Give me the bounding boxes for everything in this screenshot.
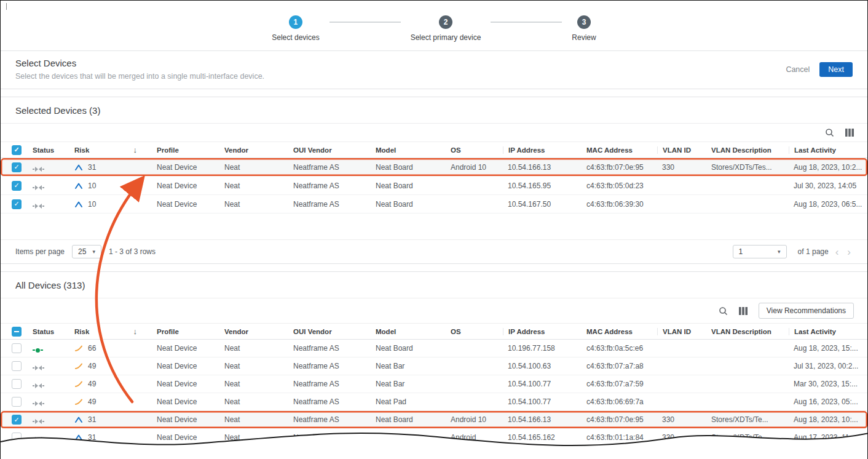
select-all-checkbox[interactable] — [12, 327, 22, 337]
column-header-profile[interactable]: Profile — [152, 328, 219, 335]
cell-risk: 10 — [69, 200, 152, 209]
cell-oui-vendor: Neatframe AS — [288, 397, 371, 406]
cell-oui-vendor: Neatframe AS — [288, 362, 371, 370]
column-header-risk[interactable]: Risk↓ — [69, 145, 152, 154]
cell-vlan-description: Stores/XDTs/Te... — [706, 433, 789, 442]
cell-os: Android 10 — [446, 163, 503, 172]
device-row[interactable]: 66Neat DeviceNeatNeatframe ASNeat Board1… — [1, 340, 867, 357]
cell-mac-address: c4:63:fb:07:0e:95 — [582, 163, 657, 172]
status-offline-icon — [33, 437, 44, 442]
row-checkbox[interactable]: ✓ — [12, 145, 22, 155]
step-connector — [491, 22, 562, 23]
row-checkbox[interactable] — [12, 397, 22, 407]
device-row[interactable]: ✓10Neat DeviceNeatNeatframe ASNeat Board… — [1, 195, 867, 214]
cell-profile: Neat Device — [152, 380, 219, 388]
search-icon[interactable] — [719, 306, 728, 316]
cell-oui-vendor: Neatframe AS — [288, 200, 371, 209]
step-select-primary-device[interactable]: 2 Select primary device — [411, 15, 481, 42]
cancel-button[interactable]: Cancel — [786, 65, 810, 74]
column-header-vlan-description[interactable]: VLAN Description — [706, 146, 789, 154]
cell-model: Neat Board — [371, 344, 446, 353]
chevron-down-icon: ▾ — [92, 249, 95, 255]
column-header-profile[interactable]: Profile — [152, 146, 219, 154]
cell-oui-vendor: Neatframe AS — [288, 182, 371, 190]
items-per-page-select[interactable]: 25 ▾ — [72, 245, 101, 258]
column-header-status[interactable]: Status — [28, 328, 69, 335]
device-row[interactable]: ✓31Neat DeviceNeatNeatframe ASNeat Board… — [1, 158, 867, 177]
column-header-last-activity[interactable]: Last Activity — [789, 146, 867, 154]
cell-mac-address: c4:63:fb:07:0e:95 — [582, 415, 657, 424]
step-select-devices[interactable]: 1 Select devices — [272, 15, 319, 42]
row-checkbox[interactable] — [12, 379, 22, 389]
cell-model: Neat Board — [371, 163, 446, 172]
prev-page-icon[interactable]: ‹ — [834, 247, 841, 257]
row-checkbox[interactable]: ✓ — [12, 415, 22, 425]
sort-desc-icon[interactable]: ↓ — [133, 145, 138, 154]
table-header-row: ✓StatusRisk↓ProfileVendorOUI VendorModel… — [1, 142, 867, 158]
row-checkbox[interactable]: ✓ — [12, 162, 22, 172]
page-subtitle: Select the devices that will be merged i… — [15, 72, 264, 81]
sort-desc-icon[interactable]: ↓ — [133, 327, 138, 336]
column-header-last-activity[interactable]: Last Activity — [789, 328, 867, 335]
column-header-risk[interactable]: Risk↓ — [69, 327, 152, 336]
next-page-icon[interactable]: › — [845, 247, 853, 257]
all-devices-title: All Devices (313) — [1, 272, 867, 298]
cell-mac-address: c4:63:fb:06:39:30 — [582, 200, 657, 209]
column-header-oui-vendor[interactable]: OUI Vendor — [288, 146, 371, 154]
page-select[interactable]: 1 ▾ — [733, 245, 787, 258]
column-header-os[interactable]: OS — [446, 328, 503, 335]
device-row[interactable]: ✓31Neat DeviceNeatNeatframe ASNeat Board… — [1, 411, 867, 429]
risk-medium-icon — [74, 398, 83, 405]
columns-icon[interactable] — [845, 129, 854, 137]
device-row[interactable]: 49Neat DeviceNeatNeatframe ASNeat Bar10.… — [1, 357, 867, 375]
chevron-down-icon: ▾ — [778, 249, 781, 255]
page-title: Select Devices — [15, 58, 264, 68]
column-header-ip-address[interactable]: IP Address — [503, 146, 582, 154]
cell-checkbox: ✓ — [1, 162, 28, 172]
risk-medium-icon — [74, 345, 83, 352]
column-header-vlan-description[interactable]: VLAN Description — [706, 328, 789, 335]
search-icon[interactable] — [825, 128, 834, 137]
rows-range-text: 1 - 3 of 3 rows — [109, 247, 156, 256]
cell-profile: Neat Device — [152, 397, 219, 406]
next-button[interactable]: Next — [819, 62, 853, 77]
device-row[interactable]: Neatframe ASNeat Boardsubnet descripti..… — [1, 447, 867, 459]
device-row[interactable]: 49Neat DeviceNeatNeatframe ASNeat Pad10.… — [1, 393, 867, 411]
column-header-vendor[interactable]: Vendor — [219, 146, 288, 154]
all-devices-table: StatusRisk↓ProfileVendorOUI VendorModelO… — [1, 323, 867, 459]
cell-last-activity: Mar 30, 2023, 15:... — [789, 380, 867, 388]
row-checkbox[interactable] — [12, 433, 22, 442]
column-header-vlan-id[interactable]: VLAN ID — [657, 146, 706, 154]
cell-model: Neat Board — [371, 451, 446, 459]
step-review[interactable]: 3 Review — [572, 15, 596, 42]
cell-ip-address: 10.54.100.63 — [503, 362, 582, 370]
column-header-mac-address[interactable]: MAC Address — [582, 146, 657, 154]
device-row[interactable]: ✓10Neat DeviceNeatNeatframe ASNeat Board… — [1, 177, 867, 195]
cell-vlan-description: Stores/XDTs/Tes... — [706, 163, 789, 172]
view-recommendations-button[interactable]: View Recommendations — [759, 303, 854, 319]
row-checkbox[interactable]: ✓ — [12, 181, 22, 191]
column-header-ip-address[interactable]: IP Address — [503, 328, 582, 335]
row-checkbox[interactable]: ✓ — [12, 199, 22, 209]
risk-low-icon — [74, 182, 83, 190]
column-header-oui-vendor[interactable]: OUI Vendor — [288, 328, 371, 335]
column-header-vlan-id[interactable]: VLAN ID — [657, 328, 706, 335]
cell-checkbox: ✓ — [1, 181, 28, 191]
column-header-vendor[interactable]: Vendor — [219, 328, 288, 335]
cell-vlan-description: subnet descripti... — [706, 451, 789, 459]
column-header-status[interactable]: Status — [28, 146, 69, 154]
device-row[interactable]: 49Neat DeviceNeatNeatframe ASNeat Bar10.… — [1, 375, 867, 393]
row-checkbox[interactable] — [12, 343, 22, 353]
cell-last-activity: Jul 31, 2023, 00:2... — [789, 362, 867, 370]
column-header-model[interactable]: Model — [371, 328, 446, 335]
cell-model: Neat Pad — [371, 397, 446, 406]
device-row[interactable]: 31Neat DeviceNeatNeatframe ASNeat BarAnd… — [1, 429, 867, 447]
columns-icon[interactable] — [739, 307, 748, 315]
cell-risk: 31 — [69, 415, 152, 424]
column-header-mac-address[interactable]: MAC Address — [582, 328, 657, 335]
risk-value: 31 — [88, 415, 96, 424]
column-header-os[interactable]: OS — [446, 146, 503, 154]
cell-vlan-id: 330 — [657, 163, 706, 172]
column-header-model[interactable]: Model — [371, 146, 446, 154]
row-checkbox[interactable] — [12, 361, 22, 371]
